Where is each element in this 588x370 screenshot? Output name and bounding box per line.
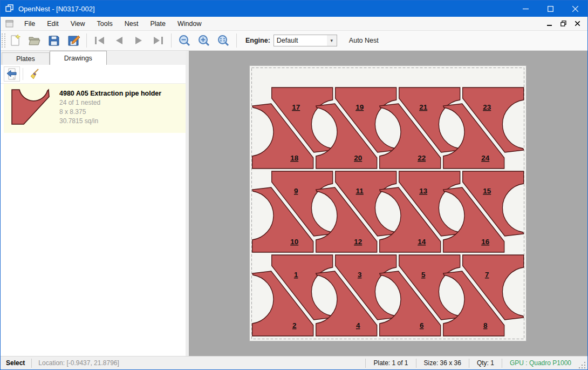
part-number-label: 15 [483, 187, 491, 195]
menu-bar: File Edit View Tools Nest Plate Window [1, 17, 587, 31]
part-number-label: 4 [356, 321, 360, 329]
part-thumbnail-icon [9, 89, 51, 126]
part-number-label: 13 [419, 187, 428, 195]
engine-combobox-value: Default [274, 37, 327, 44]
status-size: Size: 36 x 36 [416, 359, 469, 367]
open-file-button[interactable] [25, 32, 44, 49]
previous-arrow-icon [113, 34, 126, 47]
status-mode: Select [1, 359, 31, 367]
main-toolbar: Engine: Default ▾ Auto Nest [1, 31, 587, 51]
toolbar-separator [171, 33, 172, 48]
status-location: Location: [-0.9437, 21.8796] [32, 359, 125, 367]
drawing-title: 4980 A05 Extraction pipe holder [59, 90, 161, 97]
mdi-restore-button[interactable] [556, 18, 570, 30]
new-document-button[interactable] [5, 32, 25, 49]
zoom-fit-icon [217, 34, 230, 47]
title-bar: OpenNest - [N0317-002] [1, 1, 587, 17]
engine-combobox[interactable]: Default ▾ [274, 35, 337, 46]
toolbar-grip[interactable] [2, 33, 5, 48]
zoom-in-button[interactable] [194, 32, 214, 49]
window-title: OpenNest - [N0317-002] [18, 5, 95, 13]
engine-label: Engine: [245, 37, 270, 44]
menu-view[interactable]: View [65, 17, 91, 30]
tab-strip: Plates Drawings [1, 51, 186, 65]
zoom-fit-button[interactable] [214, 32, 233, 49]
part-number-label: 23 [483, 103, 491, 111]
status-plate: Plate: 1 of 1 [366, 359, 415, 367]
close-button[interactable] [563, 1, 587, 17]
import-arrow-icon [6, 68, 18, 80]
broom-icon [28, 68, 40, 80]
part-number-label: 14 [418, 238, 426, 246]
resize-grip[interactable] [579, 362, 586, 369]
tab-plates[interactable]: Plates [2, 52, 50, 65]
plate[interactable]: 171819202122232491011121314151612345678 [249, 65, 527, 341]
part-number-label: 20 [354, 154, 362, 162]
drawings-toolbar [1, 65, 186, 84]
first-arrow-icon [93, 34, 106, 47]
panel-toolbar-separator [23, 68, 23, 80]
chevron-down-icon[interactable]: ▾ [327, 35, 337, 46]
part-number-label: 21 [419, 103, 428, 111]
mdi-close-button[interactable] [570, 18, 584, 30]
part-number-label: 6 [420, 321, 424, 329]
mdi-minimize-button[interactable] [542, 18, 556, 30]
part-number-label: 1 [294, 271, 298, 279]
toolbar-separator [236, 33, 237, 48]
drawing-thumbnail [9, 89, 51, 128]
menu-window[interactable]: Window [172, 17, 207, 30]
zoom-in-icon [197, 34, 210, 47]
part-number-label: 24 [481, 154, 490, 162]
drawing-list-item[interactable]: 4980 A05 Extraction pipe holder 24 of 1 … [4, 84, 186, 133]
import-drawing-button[interactable] [4, 66, 20, 82]
menu-tools[interactable]: Tools [91, 17, 119, 30]
previous-plate-button[interactable] [110, 32, 129, 49]
zoom-out-button[interactable] [175, 32, 194, 49]
minimize-button[interactable] [513, 1, 538, 17]
part-number-label: 11 [356, 187, 364, 195]
mdi-document-icon[interactable] [5, 20, 14, 28]
part-number-label: 9 [294, 187, 298, 195]
last-plate-button[interactable] [148, 32, 168, 49]
drawing-nested-count: 24 of 1 nested [59, 99, 161, 106]
app-icon [5, 4, 14, 13]
part-number-label: 8 [483, 321, 488, 329]
part-number-label: 5 [421, 271, 426, 279]
part-number-label: 22 [418, 154, 426, 162]
toolbar-separator [86, 33, 87, 48]
part-number-label: 18 [290, 154, 299, 162]
save-as-button[interactable] [64, 32, 83, 49]
auto-nest-button[interactable]: Auto Nest [345, 35, 383, 46]
tab-drawings[interactable]: Drawings [50, 51, 107, 65]
next-plate-button[interactable] [129, 32, 148, 49]
part-number-label: 12 [354, 238, 362, 246]
last-arrow-icon [152, 34, 165, 47]
drawing-area: 30.7815 sq/in [59, 117, 161, 125]
drawing-size: 8 x 8.375 [59, 108, 161, 116]
clean-button[interactable] [26, 66, 42, 82]
part-number-label: 2 [292, 321, 297, 329]
menu-plate[interactable]: Plate [144, 17, 172, 30]
nest-canvas[interactable]: 171819202122232491011121314151612345678 [189, 51, 587, 356]
part-number-label: 3 [358, 271, 362, 279]
status-bar: Select Location: [-0.9437, 21.8796] Plat… [1, 356, 587, 369]
menu-edit[interactable]: Edit [41, 17, 65, 30]
part-number-label: 7 [485, 271, 489, 279]
zoom-out-icon [178, 34, 191, 47]
next-arrow-icon [132, 34, 145, 47]
left-panel: Plates Drawings [1, 51, 189, 356]
save-icon [47, 34, 60, 47]
save-button[interactable] [44, 32, 64, 49]
menu-file[interactable]: File [18, 17, 41, 30]
first-plate-button[interactable] [90, 32, 110, 49]
plate-svg[interactable]: 171819202122232491011121314151612345678 [249, 65, 527, 341]
part-number-label: 17 [292, 103, 300, 111]
status-qty: Qty: 1 [469, 359, 502, 367]
menu-nest[interactable]: Nest [119, 17, 145, 30]
part-number-label: 16 [481, 238, 490, 246]
part-number-label: 10 [290, 238, 298, 246]
maximize-button[interactable] [538, 1, 563, 17]
new-document-icon [9, 34, 22, 47]
status-gpu: GPU : Quadro P1000 [502, 359, 579, 367]
save-as-icon [67, 34, 80, 47]
